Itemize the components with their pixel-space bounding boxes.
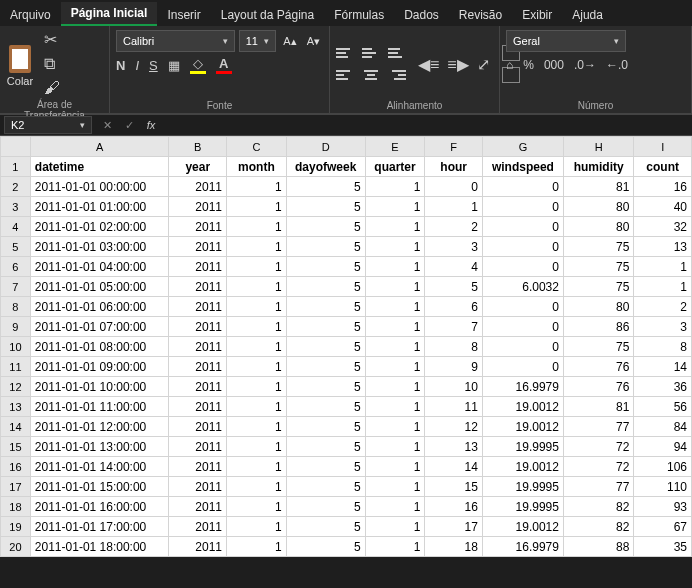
cell[interactable]: 2011 (169, 357, 227, 377)
cell[interactable]: windspeed (482, 157, 563, 177)
cell[interactable]: 2011-01-01 12:00:00 (30, 417, 169, 437)
increase-font-icon[interactable]: A▴ (280, 35, 299, 48)
cell[interactable]: 0 (482, 337, 563, 357)
decrease-font-icon[interactable]: A▾ (304, 35, 323, 48)
row-header-4[interactable]: 4 (1, 217, 31, 237)
cell[interactable]: 2011-01-01 16:00:00 (30, 497, 169, 517)
cell[interactable]: 35 (634, 537, 692, 557)
col-header-E[interactable]: E (365, 137, 425, 157)
col-header-A[interactable]: A (30, 137, 169, 157)
cell[interactable]: 8 (425, 337, 483, 357)
align-left-icon[interactable] (336, 67, 354, 83)
cell[interactable]: 1 (227, 257, 287, 277)
cell[interactable]: 80 (563, 217, 633, 237)
menu-revisao[interactable]: Revisão (449, 4, 512, 26)
cell[interactable]: 72 (563, 457, 633, 477)
cell[interactable]: 3 (634, 317, 692, 337)
align-top-icon[interactable] (336, 45, 354, 61)
cell[interactable]: 14 (634, 357, 692, 377)
cancel-formula-icon[interactable]: ✕ (96, 119, 118, 132)
cell[interactable]: 1 (227, 317, 287, 337)
cell[interactable]: 88 (563, 537, 633, 557)
cell[interactable]: 2011-01-01 04:00:00 (30, 257, 169, 277)
cell[interactable]: 6 (425, 297, 483, 317)
col-header-F[interactable]: F (425, 137, 483, 157)
cell[interactable]: 1 (227, 457, 287, 477)
cell[interactable]: 75 (563, 237, 633, 257)
cell[interactable]: 5 (286, 377, 365, 397)
cell[interactable]: 2011 (169, 537, 227, 557)
cell[interactable]: 75 (563, 277, 633, 297)
cell[interactable]: 1 (227, 357, 287, 377)
select-all-corner[interactable] (1, 137, 31, 157)
cell[interactable]: 2011-01-01 10:00:00 (30, 377, 169, 397)
cell[interactable]: 9 (425, 357, 483, 377)
cell[interactable]: 5 (286, 417, 365, 437)
cell[interactable]: 2011 (169, 497, 227, 517)
cell[interactable]: 76 (563, 357, 633, 377)
row-header-20[interactable]: 20 (1, 537, 31, 557)
row-header-14[interactable]: 14 (1, 417, 31, 437)
cell[interactable]: month (227, 157, 287, 177)
font-color-button[interactable]: A (216, 56, 232, 74)
col-header-D[interactable]: D (286, 137, 365, 157)
cell[interactable]: 1 (634, 277, 692, 297)
cell[interactable]: datetime (30, 157, 169, 177)
cell[interactable]: 5 (286, 297, 365, 317)
col-header-H[interactable]: H (563, 137, 633, 157)
cell[interactable]: 81 (563, 177, 633, 197)
cell[interactable]: 0 (425, 177, 483, 197)
cell[interactable]: 11 (425, 397, 483, 417)
cell[interactable]: 84 (634, 417, 692, 437)
menu-dados[interactable]: Dados (394, 4, 449, 26)
decrease-indent-icon[interactable]: ◀≡ (418, 55, 439, 74)
cell[interactable]: 2011 (169, 297, 227, 317)
menu-layout[interactable]: Layout da Página (211, 4, 324, 26)
cell[interactable]: 2 (425, 217, 483, 237)
cell[interactable]: 2011 (169, 337, 227, 357)
cell[interactable]: hour (425, 157, 483, 177)
cell[interactable]: 1 (365, 337, 425, 357)
accept-formula-icon[interactable]: ✓ (118, 119, 140, 132)
underline-button[interactable]: S (149, 58, 158, 73)
increase-decimal-icon[interactable]: .0→ (574, 58, 596, 72)
cell[interactable]: 2011 (169, 377, 227, 397)
cell[interactable]: 2011-01-01 13:00:00 (30, 437, 169, 457)
cell[interactable]: 19.9995 (482, 497, 563, 517)
cell[interactable]: 2011 (169, 437, 227, 457)
cell[interactable]: 1 (227, 437, 287, 457)
cell[interactable]: 5 (286, 517, 365, 537)
align-bottom-icon[interactable] (388, 45, 406, 61)
cell[interactable]: 1 (365, 297, 425, 317)
format-painter-icon[interactable]: 🖌 (44, 79, 60, 97)
currency-icon[interactable]: ⌂ (506, 58, 513, 72)
cell[interactable]: 2011-01-01 05:00:00 (30, 277, 169, 297)
cell[interactable]: year (169, 157, 227, 177)
cell[interactable]: 2011-01-01 06:00:00 (30, 297, 169, 317)
menu-arquivo[interactable]: Arquivo (0, 4, 61, 26)
menu-ajuda[interactable]: Ajuda (562, 4, 613, 26)
cell[interactable]: 1 (227, 537, 287, 557)
orientation-icon[interactable]: ⤢ (477, 55, 490, 74)
cell[interactable]: 1 (365, 497, 425, 517)
font-size-combo[interactable]: 11▾ (239, 30, 277, 52)
spreadsheet-grid[interactable]: ABCDEFGHI1datetimeyearmonthdayofweekquar… (0, 136, 692, 557)
cell[interactable]: 16.9979 (482, 537, 563, 557)
cell[interactable]: 1 (425, 197, 483, 217)
cell[interactable]: 13 (634, 237, 692, 257)
cell[interactable]: 2 (634, 297, 692, 317)
cell[interactable]: 5 (286, 217, 365, 237)
cell[interactable]: 13 (425, 437, 483, 457)
cell[interactable]: 5 (286, 277, 365, 297)
cell[interactable]: 0 (482, 297, 563, 317)
cell[interactable]: 67 (634, 517, 692, 537)
font-name-combo[interactable]: Calibri▾ (116, 30, 235, 52)
cell[interactable]: 2011 (169, 457, 227, 477)
cell[interactable]: 16 (634, 177, 692, 197)
align-center-icon[interactable] (362, 67, 380, 83)
thousands-icon[interactable]: 000 (544, 58, 564, 72)
row-header-9[interactable]: 9 (1, 317, 31, 337)
cell[interactable]: 94 (634, 437, 692, 457)
cell[interactable]: 2011 (169, 277, 227, 297)
cut-icon[interactable]: ✂ (44, 30, 60, 49)
